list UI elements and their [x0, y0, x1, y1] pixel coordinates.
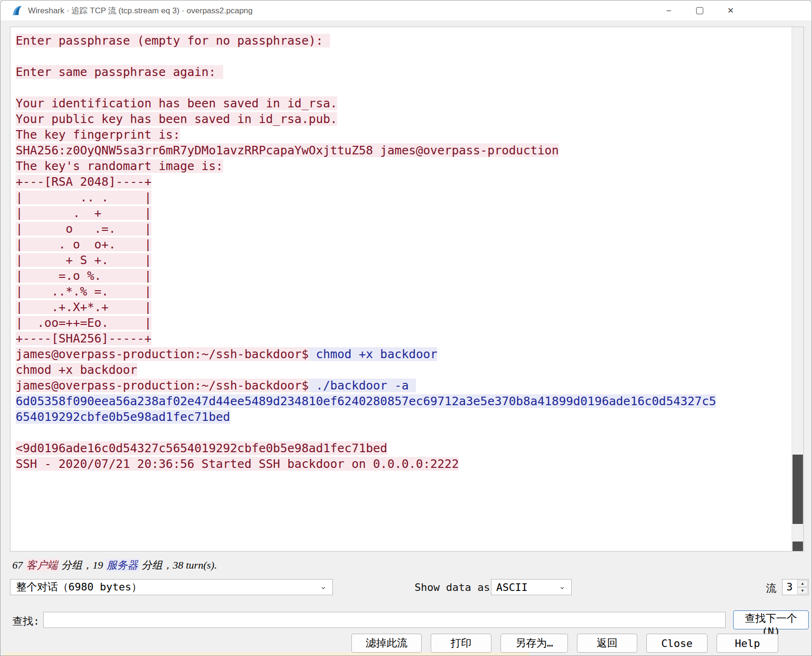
action-buttons: 滤掉此流打印另存为…返回CloseHelp	[351, 634, 778, 653]
stream-line: james@overpass-production:~/ssh-backdoor…	[16, 346, 792, 362]
maximize-button[interactable]	[684, 0, 715, 20]
stream-segment-client: <9d0196ade16c0d54327c5654019292cbfe0b5e9…	[16, 441, 387, 455]
stream-segment-server: 654019292cbfe0b5e98ad1fec71bed	[16, 410, 230, 424]
stream-segment-client: | .oo=++=Eo. |	[16, 316, 151, 330]
stream-segment-client: | =.o %. |	[16, 269, 151, 283]
stream-segment-client: Enter same passphrase again:	[16, 65, 223, 79]
back-button[interactable]: 返回	[577, 634, 637, 653]
desktop-edge-strip	[4, 653, 529, 656]
stream-line: The key fingerprint is:	[16, 127, 792, 143]
stream-segment-client: chmod +x backdoor	[16, 363, 137, 377]
stream-line: | =.o %. |	[16, 268, 792, 284]
stream-segment-client: The key fingerprint is:	[16, 128, 180, 142]
stream-line	[16, 48, 792, 64]
stream-segment-client: SSH - 2020/07/21 20:36:56 Started SSH ba…	[16, 457, 459, 471]
stats-segment-client: 客户端	[26, 559, 59, 571]
stream-line: Your public key has been saved in id_rsa…	[16, 111, 792, 127]
scrollbar-thumb-lower[interactable]	[793, 542, 803, 551]
help-button[interactable]: Help	[717, 634, 778, 653]
stream-line: 654019292cbfe0b5e98ad1fec71bed	[16, 409, 792, 425]
stream-segment-client: | . o o+. |	[16, 238, 151, 251]
stream-line: SHA256:z0OyQNW5sa3rr6mR7yDMo1avzRRPcapaY…	[16, 143, 792, 158]
stream-segment-client: | .. . |	[16, 190, 151, 204]
find-label: 查找:	[12, 614, 39, 628]
close-button[interactable]: Close	[646, 634, 708, 653]
stream-number-spinner[interactable]: 3 ▲ ▼	[782, 579, 809, 595]
stream-line: 6d05358f090eea56a238af02e47d44ee5489d234…	[16, 393, 792, 409]
chevron-down-icon: ⌄	[559, 581, 566, 591]
stream-line: The key's randomart image is:	[16, 158, 792, 174]
stream-segment-client: Your identification has been saved in id…	[16, 96, 337, 110]
stream-segment-client: | + S +. |	[16, 253, 151, 267]
scrollbar-track[interactable]	[792, 27, 803, 551]
stream-line: | ..*.% =. |	[16, 284, 792, 299]
spinner-down-button[interactable]: ▼	[797, 587, 808, 594]
scrollbar-thumb[interactable]	[793, 455, 803, 524]
stream-line: SSH - 2020/07/21 20:36:56 Started SSH ba…	[16, 456, 792, 472]
stream-line: | o .=. |	[16, 221, 792, 237]
stats-segment-server: 服务器	[106, 559, 139, 571]
stream-textbox[interactable]: Enter passphrase (empty for no passphras…	[10, 27, 804, 551]
stats-segment-plain: 19	[93, 559, 106, 571]
titlebar: Wireshark · 追踪 TCP 流 (tcp.stream eq 3) ·…	[0, 0, 812, 20]
stream-segment-client: +---[RSA 2048]----+	[16, 175, 151, 189]
stream-segment-client: | ..*.% =. |	[16, 285, 151, 298]
stream-segment-client: Your public key has been saved in id_rsa…	[16, 112, 337, 126]
save-as-button[interactable]: 另存为…	[500, 634, 568, 653]
stats-segment-plain: 分组，	[139, 559, 173, 571]
stream-segment-client: james@overpass-production:~/ssh-backdoor…	[16, 379, 309, 392]
find-input[interactable]	[43, 612, 726, 628]
maximize-icon	[696, 7, 703, 14]
find-next-button[interactable]: 查找下一个(N)	[733, 610, 809, 629]
stream-segment-server: chmod +x backdoor	[309, 347, 437, 361]
stream-segment-client: Enter passphrase (empty for no passphras…	[16, 34, 330, 48]
stream-line: | .oo=++=Eo. |	[16, 315, 792, 331]
stream-segment-client: | . + |	[16, 206, 151, 220]
stream-range-dropdown[interactable]: 整个对话（6980 bytes） ⌄	[10, 579, 333, 595]
stream-line: | .. . |	[16, 190, 792, 205]
stream-area: Enter passphrase (empty for no passphras…	[10, 27, 792, 551]
wireshark-icon	[11, 4, 23, 17]
stream-line	[16, 80, 792, 95]
stream-line: Your identification has been saved in id…	[16, 95, 792, 111]
stream-segment-client: SHA256:z0OyQNW5sa3rr6mR7yDMo1avzRRPcapaY…	[16, 143, 559, 157]
stream-line: | . + |	[16, 205, 792, 221]
stream-line: Enter passphrase (empty for no passphras…	[16, 33, 792, 48]
stream-segment-client: james@overpass-production:~/ssh-backdoor…	[16, 347, 309, 361]
stream-segment-server: 6d05358f090eea56a238af02e47d44ee5489d234…	[16, 394, 716, 408]
window-title: Wireshark · 追踪 TCP 流 (tcp.stream eq 3) ·…	[28, 5, 253, 16]
stream-number-label: 流	[766, 581, 776, 596]
minimize-button[interactable]: –	[653, 0, 684, 20]
stream-range-value: 整个对话（6980 bytes）	[16, 580, 142, 594]
stream-line: | .+.X+*.+ |	[16, 299, 792, 315]
print-button[interactable]: 打印	[431, 634, 491, 653]
stream-line: chmod +x backdoor	[16, 362, 792, 378]
stream-line	[16, 425, 792, 440]
chevron-down-icon: ⌄	[320, 581, 327, 591]
spinner-up-button[interactable]: ▲	[797, 580, 808, 587]
stream-line: james@overpass-production:~/ssh-backdoor…	[16, 378, 792, 393]
stream-line: <9d0196ade16c0d54327c5654019292cbfe0b5e9…	[16, 440, 792, 456]
stats-segment-plain: 67	[12, 559, 26, 571]
stream-line: Enter same passphrase again:	[16, 64, 792, 80]
stream-segment-client: +----[SHA256]-----+	[16, 332, 151, 345]
close-window-button[interactable]: ✕	[715, 0, 746, 20]
stream-line: | . o o+. |	[16, 237, 792, 252]
stream-segment-client: | .+.X+*.+ |	[16, 300, 151, 314]
show-data-as-label: Show data as	[415, 581, 490, 593]
stream-line: +---[RSA 2048]----+	[16, 174, 792, 190]
stream-segment-client: | o .=. |	[16, 222, 151, 236]
stats-segment-plain: 38 turn(s).	[173, 559, 217, 571]
stream-segment-client: The key's randomart image is:	[16, 159, 223, 173]
stream-stats: 67 客户端 分组，19 服务器 分组，38 turn(s).	[12, 558, 217, 571]
follow-tcp-stream-window: Wireshark · 追踪 TCP 流 (tcp.stream eq 3) ·…	[0, 0, 812, 656]
stream-line: | + S +. |	[16, 252, 792, 268]
show-data-as-dropdown[interactable]: ASCII ⌄	[491, 579, 572, 595]
stats-segment-plain: 分组，	[59, 559, 93, 571]
stream-segment-server: ./backdoor -a	[309, 379, 416, 392]
filter-out-stream-button[interactable]: 滤掉此流	[351, 634, 422, 653]
stream-number-value: 3	[786, 581, 793, 593]
show-data-as-value: ASCII	[496, 581, 528, 593]
stream-line: +----[SHA256]-----+	[16, 331, 792, 346]
